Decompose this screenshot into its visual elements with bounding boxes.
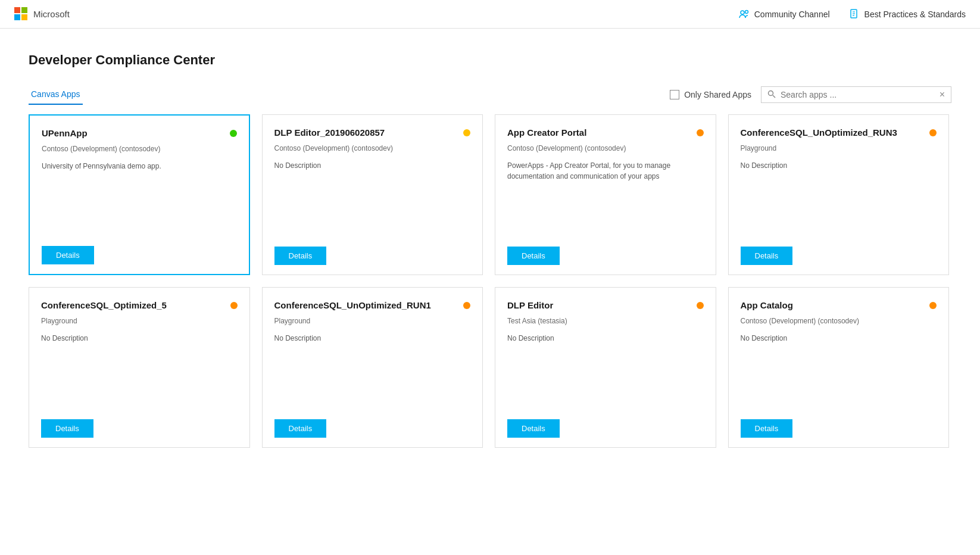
details-button[interactable]: Details [41, 419, 93, 438]
card-description: No Description [41, 333, 238, 410]
only-shared-checkbox[interactable] [670, 90, 679, 99]
details-button[interactable]: Details [42, 246, 94, 264]
card-subtitle: Playground [741, 144, 937, 154]
toolbar-right: Only Shared Apps × [670, 86, 951, 103]
toolbar: Canvas Apps Only Shared Apps × [29, 85, 951, 105]
status-dot [697, 129, 704, 136]
card-description: No Description [741, 160, 937, 237]
app-card-dlp-editor[interactable]: DLP Editor Test Asia (testasia) No Descr… [495, 287, 716, 448]
best-practices-link[interactable]: Best Practices & Standards [849, 9, 966, 20]
app-card-dlp-editor-201906020857[interactable]: DLP Editor_201906020857 Contoso (Develop… [262, 114, 483, 275]
svg-point-6 [769, 91, 773, 95]
header-brand-area: Microsoft [14, 7, 70, 21]
card-title: DLP Editor [507, 300, 692, 311]
best-practices-label: Best Practices & Standards [864, 10, 966, 19]
card-footer: Details [42, 236, 237, 264]
card-title: App Catalog [741, 300, 925, 311]
card-subtitle: Playground [41, 316, 238, 326]
card-subtitle: Contoso (Development) (contosodev) [741, 316, 937, 326]
card-footer: Details [741, 410, 937, 438]
card-title: DLP Editor_201906020857 [274, 127, 459, 139]
details-button[interactable]: Details [741, 247, 793, 265]
microsoft-logo [14, 7, 29, 21]
card-header: App Creator Portal [507, 127, 704, 139]
community-channel-label: Community Channel [754, 10, 830, 19]
status-dot [230, 130, 237, 137]
status-dot [697, 302, 704, 309]
card-header: ConferenceSQL_UnOptimized_RUN3 [741, 127, 937, 139]
app-card-conferencesql-optimized-5[interactable]: ConferenceSQL_Optimized_5 Playground No … [29, 287, 250, 448]
card-footer: Details [741, 237, 937, 265]
apps-grid: UPennApp Contoso (Development) (contosod… [29, 114, 951, 448]
header-nav: Community Channel Best Practices & Stand… [739, 9, 966, 20]
tabs: Canvas Apps [29, 85, 95, 105]
status-dot [463, 129, 470, 136]
people-icon [739, 9, 750, 20]
search-input[interactable] [781, 90, 935, 99]
card-footer: Details [507, 237, 704, 265]
status-dot [929, 129, 937, 136]
status-dot [929, 302, 937, 309]
card-header: ConferenceSQL_Optimized_5 [41, 300, 238, 311]
card-footer: Details [41, 410, 238, 438]
svg-line-7 [773, 95, 775, 98]
card-title: ConferenceSQL_Optimized_5 [41, 300, 226, 311]
card-description: No Description [507, 333, 704, 410]
card-subtitle: Contoso (Development) (contosodev) [42, 144, 237, 154]
only-shared-label: Only Shared Apps [684, 90, 751, 99]
main-content: Developer Compliance Center Canvas Apps … [0, 29, 980, 460]
header: Microsoft Community Channel [0, 0, 980, 29]
document-icon [849, 9, 860, 20]
app-card-upennapp[interactable]: UPennApp Contoso (Development) (contosod… [29, 114, 250, 275]
card-title: App Creator Portal [507, 127, 692, 139]
card-header: UPennApp [42, 127, 237, 139]
svg-point-1 [745, 10, 748, 13]
tab-canvas-apps[interactable]: Canvas Apps [29, 85, 83, 105]
card-footer: Details [274, 410, 471, 438]
card-description: No Description [741, 333, 937, 410]
only-shared-toggle[interactable]: Only Shared Apps [670, 90, 751, 99]
apps-grid-container: UPennApp Contoso (Development) (contosod… [29, 114, 951, 448]
status-dot [230, 302, 238, 309]
search-box: × [761, 86, 951, 103]
card-header: DLP Editor [507, 300, 704, 311]
brand-name: Microsoft [33, 9, 70, 19]
card-title: UPennApp [42, 127, 225, 139]
card-description: PowerApps - App Creator Portal, for you … [507, 160, 704, 237]
card-description: No Description [274, 333, 471, 410]
card-title: ConferenceSQL_UnOptimized_RUN3 [741, 127, 925, 139]
card-header: ConferenceSQL_UnOptimized_RUN1 [274, 300, 471, 311]
card-description: No Description [274, 160, 471, 237]
card-header: DLP Editor_201906020857 [274, 127, 471, 139]
card-subtitle: Contoso (Development) (contosodev) [507, 144, 704, 154]
card-footer: Details [274, 237, 471, 265]
app-card-conferencesql-unoptimized-run3[interactable]: ConferenceSQL_UnOptimized_RUN3 Playgroun… [728, 114, 950, 275]
details-button[interactable]: Details [274, 247, 327, 265]
card-subtitle: Contoso (Development) (contosodev) [274, 144, 471, 154]
app-card-conferencesql-unoptimized-run1[interactable]: ConferenceSQL_UnOptimized_RUN1 Playgroun… [262, 287, 483, 448]
card-title: ConferenceSQL_UnOptimized_RUN1 [274, 300, 459, 311]
card-footer: Details [507, 410, 704, 438]
search-icon [767, 90, 776, 100]
details-button[interactable]: Details [507, 247, 560, 265]
card-header: App Catalog [741, 300, 937, 311]
details-button[interactable]: Details [741, 419, 793, 438]
card-description: University of Pennsylvania demo app. [42, 161, 237, 236]
close-icon[interactable]: × [940, 89, 945, 100]
community-channel-link[interactable]: Community Channel [739, 9, 830, 20]
svg-point-0 [741, 11, 744, 14]
details-button[interactable]: Details [507, 419, 560, 438]
card-subtitle: Playground [274, 316, 471, 326]
app-card-app-creator-portal[interactable]: App Creator Portal Contoso (Development)… [495, 114, 716, 275]
app-card-app-catalog[interactable]: App Catalog Contoso (Development) (conto… [728, 287, 950, 448]
details-button[interactable]: Details [274, 419, 327, 438]
page-title: Developer Compliance Center [29, 52, 951, 68]
status-dot [463, 302, 470, 309]
card-subtitle: Test Asia (testasia) [507, 316, 704, 326]
